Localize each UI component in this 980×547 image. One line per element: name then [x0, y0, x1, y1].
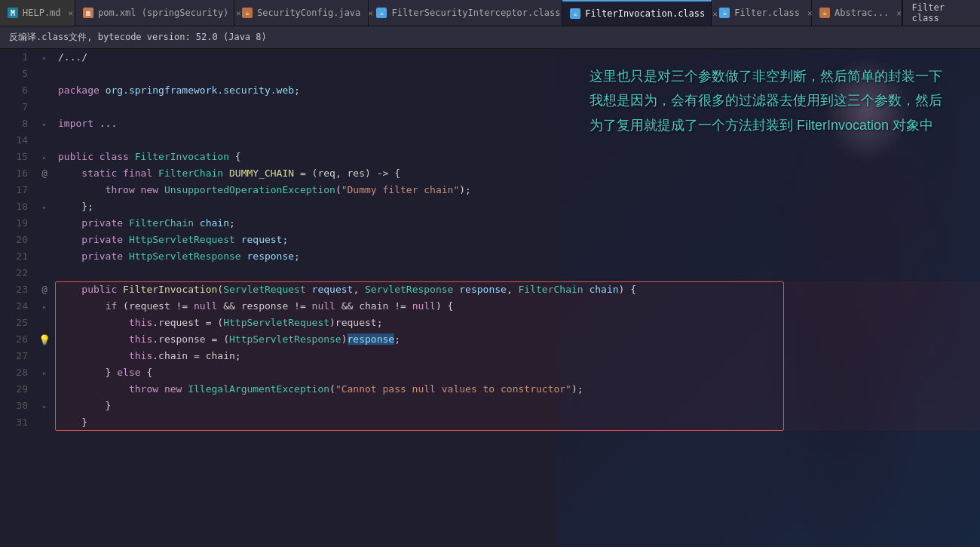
code-token: ; — [394, 333, 400, 345]
gutter-item: ▸ — [34, 115, 55, 132]
line-number: 8 — [0, 115, 34, 132]
line-number: 31 — [0, 414, 34, 431]
code-token: this — [129, 317, 152, 328]
code-token: } — [58, 367, 117, 378]
code-token — [129, 151, 135, 162]
tab-pom-xml[interactable]: m pom.xml (springSecurity) ✕ — [75, 0, 234, 26]
code-line: if (request != null && response != null … — [55, 298, 980, 315]
code-token: } — [58, 416, 87, 428]
tab-filter-class[interactable]: ☕ Filter.class ✕ — [712, 0, 812, 26]
code-token — [158, 383, 164, 395]
gutter-item — [34, 182, 55, 198]
gutter-item — [34, 82, 55, 99]
code-token — [58, 234, 81, 245]
code-token: ); — [571, 383, 583, 395]
code-token: ; — [282, 234, 288, 245]
code-token: throw — [106, 184, 135, 195]
tab-label-filter: Filter.class — [734, 8, 800, 18]
line-numbers: 1567814151617181920212223242526272829303… — [0, 49, 34, 547]
close-icon[interactable]: ✕ — [896, 8, 902, 18]
tab-filter-security-interceptor[interactable]: ☕ FilterSecurityInterceptor.class ✕ — [369, 0, 562, 26]
filter-class-tab[interactable]: Filter class — [902, 0, 980, 26]
code-token: ; — [294, 250, 300, 262]
fold-icon: ▸ — [42, 153, 47, 161]
line-number: 15 — [0, 149, 34, 165]
filter-class-label: Filter class — [912, 2, 971, 23]
code-line: } — [55, 398, 980, 414]
code-token: .response = ( — [152, 333, 229, 345]
code-line — [55, 265, 980, 281]
tab-filter-invocation[interactable]: ☕ FilterInvocation.class ✕ — [562, 0, 712, 26]
code-token: (request != — [117, 300, 194, 312]
code-token: FilterInvocation — [135, 151, 229, 162]
code-token: package — [58, 85, 100, 96]
code-token: FilterInvocation — [123, 284, 217, 295]
code-token: ServletRequest — [223, 284, 306, 295]
bytecode-text: 反编译.class文件, bytecode version: 52.0 (Jav… — [9, 31, 267, 44]
line-number: 26 — [0, 331, 34, 348]
code-token — [58, 333, 129, 345]
gutter-item — [34, 99, 55, 115]
gutter-item — [34, 414, 55, 431]
code-token: /.../ — [58, 51, 93, 63]
code-token — [58, 217, 81, 229]
gutter-item: @ — [34, 165, 55, 182]
code-token — [58, 300, 106, 312]
code-token — [58, 317, 129, 328]
code-line: static final FilterChain DUMMY_CHAIN = (… — [55, 165, 980, 182]
tab-security-config[interactable]: ☕ SecurityConfig.java ✕ — [234, 0, 369, 26]
gutter-item: ▸ — [34, 198, 55, 215]
code-token: chain — [200, 217, 229, 229]
code-token — [158, 184, 164, 195]
tab-icon-abstract: ☕ — [819, 8, 830, 18]
tab-help-md[interactable]: M HELP.md ✕ — [0, 0, 75, 26]
gutter-item — [34, 248, 55, 265]
code-token: public — [81, 284, 117, 295]
code-line: } — [55, 414, 980, 431]
code-token: import — [58, 118, 93, 129]
code-line: } else { — [55, 364, 980, 381]
code-token: if — [106, 300, 118, 312]
code-token — [123, 250, 129, 262]
code-line — [55, 66, 980, 82]
code-line: import ... — [55, 115, 980, 132]
code-token — [123, 234, 129, 245]
fold-icon: ▸ — [42, 369, 47, 377]
code-line: throw new UnsupportedOperationException(… — [55, 182, 980, 198]
gutter-item: ▸ — [34, 49, 55, 66]
code-line: public class FilterInvocation { — [55, 149, 980, 165]
code-token — [223, 167, 229, 179]
line-number: 27 — [0, 348, 34, 364]
tab-label-filter-security: FilterSecurityInterceptor.class — [391, 8, 560, 18]
code-token: HttpServletRequest — [129, 234, 235, 245]
code-token: this — [129, 350, 152, 361]
code-token: throw — [129, 383, 158, 395]
tab-abstract[interactable]: ☕ Abstrac... ✕ — [812, 0, 902, 26]
line-number: 20 — [0, 232, 34, 248]
code-token — [58, 250, 81, 262]
code-line: this.chain = chain; — [55, 348, 980, 364]
code-line: package org.springframework.security.web… — [55, 82, 980, 99]
code-token: public — [58, 151, 93, 162]
gutter-item — [34, 66, 55, 82]
code-token: UnsupportedOperationException — [164, 184, 335, 195]
code-area[interactable]: /.../ package org.springframework.securi… — [55, 49, 980, 547]
code-token: "Cannot pass null values to constructor" — [335, 383, 571, 395]
line-number: 16 — [0, 165, 34, 182]
code-line: private HttpServletResponse response; — [55, 248, 980, 265]
close-icon[interactable]: ✕ — [69, 8, 74, 18]
gutter-item: 💡 — [34, 331, 55, 348]
code-line: this.request = (HttpServletRequest)reque… — [55, 315, 980, 331]
fold-icon: ▸ — [42, 303, 47, 311]
code-token — [58, 167, 81, 179]
line-number: 22 — [0, 265, 34, 281]
gutter-item: ▸ — [34, 149, 55, 165]
line-number: 17 — [0, 182, 34, 198]
code-token: { — [229, 151, 241, 162]
code-token: null — [194, 300, 217, 312]
tab-bar: M HELP.md ✕ m pom.xml (springSecurity) ✕… — [0, 0, 980, 26]
line-number: 14 — [0, 132, 34, 149]
code-line: private FilterChain chain; — [55, 215, 980, 232]
code-token: IllegalArgumentException — [188, 383, 329, 395]
tab-label-pom: pom.xml (springSecurity) — [98, 8, 228, 18]
